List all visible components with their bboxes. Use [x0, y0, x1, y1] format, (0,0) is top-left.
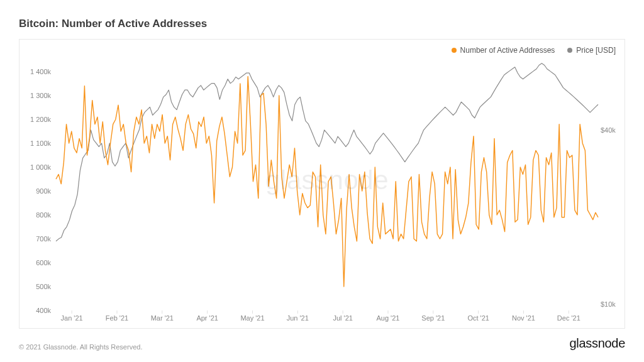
y-left-tick: 1 300k	[30, 92, 51, 99]
y-axis-left: 400k500k600k700k800k900k1 000k1 100k1 20…	[23, 60, 53, 310]
x-tick: Jul '21	[333, 314, 352, 322]
y-left-tick: 500k	[36, 283, 51, 290]
x-tick: Mar '21	[151, 314, 174, 322]
x-tick: Apr '21	[196, 314, 218, 322]
brand-logo: glassnode	[570, 336, 625, 351]
y-left-tick: 1 200k	[30, 116, 51, 123]
y-left-tick: 1 100k	[30, 140, 51, 147]
chart-title: Bitcoin: Number of Active Addresses	[19, 18, 625, 30]
plot-area[interactable]: glassnode	[56, 60, 598, 310]
chart-svg	[56, 60, 598, 310]
copyright-text: © 2021 Glassnode. All Rights Reserved.	[19, 343, 142, 351]
y-left-tick: 1 400k	[30, 68, 51, 75]
x-tick: Nov '21	[512, 314, 535, 322]
x-tick: Dec '21	[557, 314, 580, 322]
x-tick: Aug '21	[376, 314, 399, 322]
y-left-tick: 900k	[36, 187, 51, 195]
x-tick: Feb '21	[106, 314, 128, 322]
y-right-tick: $40k	[601, 126, 616, 134]
x-tick: May '21	[240, 314, 264, 322]
chart-frame: Number of Active Addresses Price [USD] 4…	[19, 39, 625, 329]
legend-item-price[interactable]: Price [USD]	[567, 46, 616, 55]
x-tick: Sep '21	[421, 314, 445, 322]
addresses-line	[56, 77, 598, 287]
legend-item-addresses[interactable]: Number of Active Addresses	[452, 46, 555, 55]
x-tick: Oct '21	[467, 314, 489, 322]
legend-label-price: Price [USD]	[576, 46, 616, 55]
legend: Number of Active Addresses Price [USD]	[452, 46, 616, 55]
legend-label-addresses: Number of Active Addresses	[460, 46, 555, 55]
y-left-tick: 400k	[36, 307, 51, 314]
legend-dot-price	[567, 48, 572, 53]
y-axis-right: $10k$40k	[599, 60, 621, 310]
y-left-tick: 700k	[36, 235, 51, 243]
y-left-tick: 1 000k	[30, 163, 51, 171]
x-tick: Jun '21	[287, 314, 309, 322]
legend-dot-addresses	[452, 48, 457, 53]
y-left-tick: 600k	[36, 259, 51, 266]
y-left-tick: 800k	[36, 211, 51, 219]
x-tick: Jan '21	[61, 314, 83, 322]
y-right-tick: $10k	[601, 300, 616, 308]
x-axis: Jan '21Feb '21Mar '21Apr '21May '21Jun '…	[56, 314, 598, 323]
